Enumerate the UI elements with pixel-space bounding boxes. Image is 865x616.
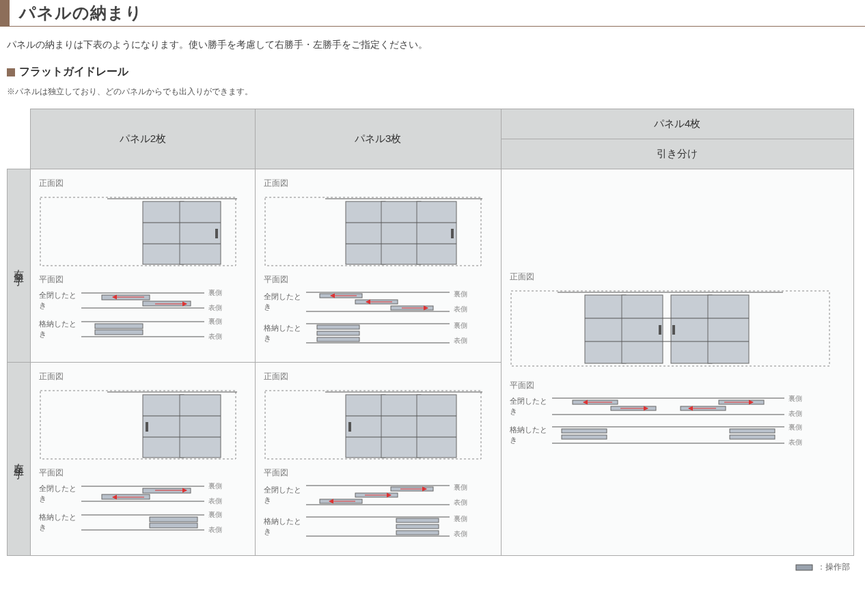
cell-p3-left: 正面図 平面図 全閉したとき: [255, 363, 501, 556]
svg-rect-22: [381, 201, 421, 264]
lead-text: パネルの納まりは下表のようになります。使い勝手を考慮して右勝手・左勝手をご指定く…: [7, 39, 865, 51]
plan-stored-p3r: [306, 320, 450, 347]
plan-stored-p4: [552, 423, 784, 447]
config-table: パネル2枚 パネル3枚 パネル4枚 引き分け 右勝手 正面図 平面図 全閉したと…: [7, 109, 854, 556]
plan-stored-p2l: [81, 511, 204, 534]
plan-closed-p4: [552, 394, 784, 419]
plan-closed-p3l: [306, 481, 450, 509]
cell-p4: 正面図 平面図 全閉したとき: [501, 169, 853, 556]
svg-rect-82: [150, 523, 197, 528]
svg-rect-8: [215, 229, 218, 238]
svg-rect-104: [796, 565, 812, 570]
col-panel2: パネル2枚: [31, 109, 256, 169]
label-plan: 平面図: [39, 274, 247, 285]
legend: ：操作部: [0, 561, 850, 573]
svg-rect-102: [396, 524, 439, 529]
svg-rect-43: [622, 295, 663, 363]
svg-rect-17: [95, 324, 143, 328]
svg-rect-63: [562, 435, 607, 439]
row-right: 右勝手: [8, 169, 31, 363]
svg-rect-65: [730, 435, 775, 439]
plan-stored-p2r: [81, 318, 204, 341]
svg-rect-87: [417, 395, 456, 458]
plan-closed-p3r: [306, 288, 450, 316]
cell-p2-right: 正面図 平面図 全閉したとき: [31, 169, 256, 363]
svg-rect-85: [346, 395, 385, 458]
front-view-p3l: [264, 385, 482, 460]
sub-heading-bullet: [7, 68, 15, 76]
svg-rect-90: [348, 422, 351, 432]
plan-stored-p3l: [306, 513, 450, 540]
svg-rect-44: [671, 295, 712, 363]
svg-rect-2: [143, 201, 184, 264]
cap-stored: 格納したとき: [39, 319, 81, 339]
legend-text: ：操作部: [817, 561, 850, 573]
svg-rect-49: [672, 325, 675, 335]
svg-rect-5: [180, 201, 221, 264]
front-view-p2l: [39, 385, 237, 460]
svg-rect-26: [451, 229, 454, 238]
svg-rect-37: [317, 325, 359, 329]
svg-rect-103: [396, 531, 439, 535]
col-panel3: パネル3枚: [255, 109, 501, 169]
svg-rect-40: [511, 291, 829, 366]
cell-p2-left: 正面図 平面図 全閉したとき 裏側表側: [31, 363, 256, 556]
front-view-p4: [510, 285, 831, 367]
cell-p3-right: 正面図 平面図 全閉したとき: [255, 169, 501, 363]
plan-stored-row: 格納したとき 裏側表側: [39, 317, 247, 341]
plan-closed-row: 全閉したとき 裏側表側: [39, 288, 247, 313]
front-view-p2r: [39, 192, 237, 267]
svg-rect-69: [180, 395, 221, 458]
svg-rect-101: [396, 518, 439, 522]
svg-rect-38: [317, 331, 359, 335]
front-view-p3r: [264, 192, 482, 267]
section-title: パネルの納まり: [19, 2, 143, 24]
section-title-bar: パネルの納まり: [0, 0, 865, 27]
svg-rect-86: [381, 395, 421, 458]
svg-rect-21: [346, 201, 385, 264]
title-accent: [0, 0, 10, 26]
svg-rect-45: [708, 295, 749, 363]
cap-closed: 全閉したとき: [39, 290, 81, 311]
svg-rect-48: [659, 325, 661, 335]
svg-rect-18: [95, 330, 143, 335]
svg-rect-64: [730, 429, 775, 433]
svg-rect-72: [146, 422, 148, 432]
label-front: 正面図: [39, 178, 247, 189]
svg-rect-81: [150, 517, 197, 522]
svg-rect-42: [585, 295, 626, 363]
note-text: ※パネルは独立しており、どのパネルからでも出入りができます。: [7, 86, 865, 98]
plan-closed-p2l: [81, 482, 204, 505]
col-panel4-sub: 引き分け: [501, 139, 853, 169]
plan-closed-p2r: [81, 289, 204, 312]
sub-heading-text: フラットガイドレール: [19, 65, 128, 79]
svg-rect-39: [317, 337, 359, 341]
svg-rect-68: [143, 395, 184, 458]
sub-heading: フラットガイドレール: [7, 65, 865, 79]
svg-rect-62: [562, 429, 607, 433]
row-left: 左勝手: [8, 363, 31, 556]
svg-rect-23: [417, 201, 456, 264]
col-panel4: パネル4枚: [501, 109, 853, 139]
